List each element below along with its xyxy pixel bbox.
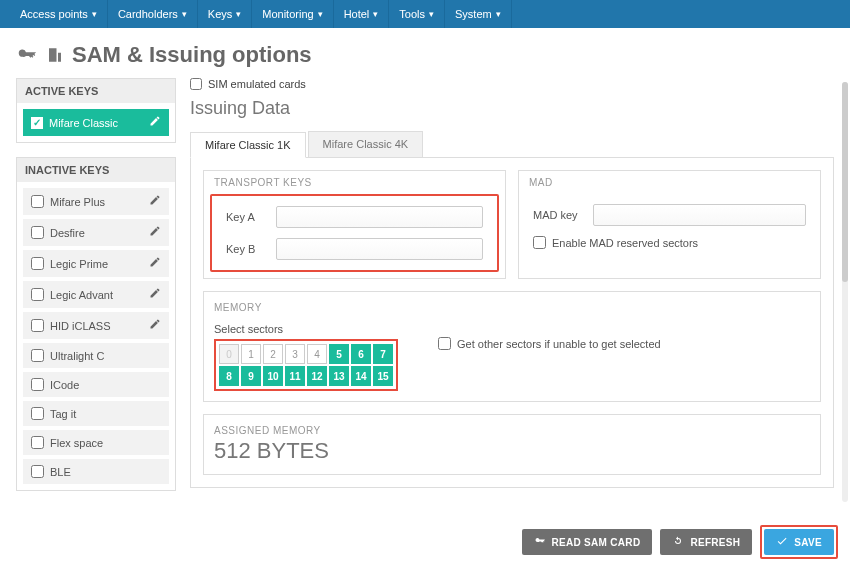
- inactive-key-item[interactable]: Ultralight C: [23, 343, 169, 368]
- nav-system[interactable]: System▾: [445, 0, 512, 28]
- tab-content: TRANSPORT KEYS Key A Key B: [190, 158, 834, 488]
- inactive-key-checkbox[interactable]: [31, 319, 44, 332]
- inactive-keys-panel: INACTIVE KEYS Mifare PlusDesfireLegic Pr…: [16, 157, 176, 491]
- nav-hotel[interactable]: Hotel▾: [334, 0, 390, 28]
- sector-cell[interactable]: 4: [307, 344, 327, 364]
- chevron-down-icon: ▾: [373, 9, 378, 19]
- sim-emulated-row: SIM emulated cards: [190, 78, 834, 98]
- inactive-key-checkbox[interactable]: [31, 465, 44, 478]
- sector-cell[interactable]: 9: [241, 366, 261, 386]
- inactive-key-checkbox[interactable]: [31, 288, 44, 301]
- sector-grid: 01234567 89101112131415: [214, 339, 398, 391]
- inactive-key-item[interactable]: BLE: [23, 459, 169, 484]
- edit-icon[interactable]: [149, 256, 161, 271]
- edit-icon[interactable]: [149, 115, 161, 130]
- mad-enable-checkbox[interactable]: [533, 236, 546, 249]
- assigned-memory-header: ASSIGNED MEMORY: [214, 425, 810, 436]
- building-icon: [46, 46, 64, 64]
- sector-cell[interactable]: 14: [351, 366, 371, 386]
- sector-cell[interactable]: 6: [351, 344, 371, 364]
- tab-mifare-1k[interactable]: Mifare Classic 1K: [190, 132, 306, 158]
- inactive-key-item[interactable]: ICode: [23, 372, 169, 397]
- sector-cell[interactable]: 10: [263, 366, 283, 386]
- sector-cell[interactable]: 2: [263, 344, 283, 364]
- read-sam-card-button[interactable]: READ SAM CARD: [522, 529, 653, 555]
- chevron-down-icon: ▾: [92, 9, 97, 19]
- inactive-key-checkbox[interactable]: [31, 257, 44, 270]
- sector-cell[interactable]: 7: [373, 344, 393, 364]
- check-icon: ✓: [31, 117, 43, 129]
- memory-fieldset: MEMORY Select sectors 01234567 891011121…: [203, 291, 821, 402]
- sector-cell[interactable]: 5: [329, 344, 349, 364]
- nav-monitoring[interactable]: Monitoring▾: [252, 0, 333, 28]
- inactive-key-checkbox[interactable]: [31, 349, 44, 362]
- issuing-data-title: Issuing Data: [190, 98, 834, 119]
- page-header: SAM & Issuing options: [0, 28, 850, 78]
- sector-cell[interactable]: 3: [285, 344, 305, 364]
- inactive-key-item[interactable]: HID iCLASS: [23, 312, 169, 339]
- page-title: SAM & Issuing options: [72, 42, 312, 68]
- transport-keys-fieldset: TRANSPORT KEYS Key A Key B: [203, 170, 506, 279]
- get-other-checkbox[interactable]: [438, 337, 451, 350]
- inactive-key-label: HID iCLASS: [50, 320, 149, 332]
- nav-tools[interactable]: Tools▾: [389, 0, 445, 28]
- sector-cell[interactable]: 8: [219, 366, 239, 386]
- key-a-label: Key A: [226, 211, 276, 223]
- edit-icon[interactable]: [149, 287, 161, 302]
- assigned-memory-value: 512 BYTES: [214, 438, 810, 464]
- inactive-key-checkbox[interactable]: [31, 226, 44, 239]
- inactive-key-label: Flex space: [50, 437, 161, 449]
- save-button[interactable]: SAVE: [764, 529, 834, 555]
- sector-cell[interactable]: 1: [241, 344, 261, 364]
- inactive-key-item[interactable]: Flex space: [23, 430, 169, 455]
- chevron-down-icon: ▾: [318, 9, 323, 19]
- nav-cardholders[interactable]: Cardholders▾: [108, 0, 198, 28]
- inactive-key-checkbox[interactable]: [31, 378, 44, 391]
- inactive-key-item[interactable]: Tag it: [23, 401, 169, 426]
- refresh-button[interactable]: REFRESH: [660, 529, 752, 555]
- inactive-key-label: Mifare Plus: [50, 196, 149, 208]
- chevron-down-icon: ▾: [429, 9, 434, 19]
- sim-emulated-checkbox[interactable]: [190, 78, 202, 90]
- sector-cell: 0: [219, 344, 239, 364]
- inactive-key-label: Ultralight C: [50, 350, 161, 362]
- mad-fieldset: MAD MAD key Enable MAD reserved sectors: [518, 170, 821, 279]
- save-callout: SAVE: [760, 525, 838, 559]
- inactive-key-label: Legic Prime: [50, 258, 149, 270]
- inactive-key-checkbox[interactable]: [31, 436, 44, 449]
- refresh-icon: [672, 535, 684, 549]
- inactive-key-checkbox[interactable]: [31, 195, 44, 208]
- inactive-key-label: Desfire: [50, 227, 149, 239]
- edit-icon[interactable]: [149, 194, 161, 209]
- mad-enable-label: Enable MAD reserved sectors: [552, 237, 698, 249]
- chevron-down-icon: ▾: [236, 9, 241, 19]
- inactive-key-item[interactable]: Legic Prime: [23, 250, 169, 277]
- sector-cell[interactable]: 13: [329, 366, 349, 386]
- sector-cell[interactable]: 11: [285, 366, 305, 386]
- mad-key-input[interactable]: [593, 204, 806, 226]
- tab-mifare-4k[interactable]: Mifare Classic 4K: [308, 131, 424, 157]
- sector-cell[interactable]: 12: [307, 366, 327, 386]
- inactive-key-label: ICode: [50, 379, 161, 391]
- key-b-input[interactable]: [276, 238, 483, 260]
- inactive-key-item[interactable]: Desfire: [23, 219, 169, 246]
- nav-access-points[interactable]: Access points▾: [10, 0, 108, 28]
- check-icon: [776, 535, 788, 549]
- inactive-key-item[interactable]: Legic Advant: [23, 281, 169, 308]
- inactive-key-label: Legic Advant: [50, 289, 149, 301]
- scrollbar[interactable]: [842, 82, 848, 502]
- memory-header: MEMORY: [214, 302, 810, 313]
- edit-icon[interactable]: [149, 318, 161, 333]
- inactive-key-checkbox[interactable]: [31, 407, 44, 420]
- nav-keys[interactable]: Keys▾: [198, 0, 252, 28]
- top-nav: Access points▾ Cardholders▾ Keys▾ Monito…: [0, 0, 850, 28]
- inactive-key-label: BLE: [50, 466, 161, 478]
- sim-emulated-label: SIM emulated cards: [208, 78, 306, 90]
- active-key-item[interactable]: ✓ Mifare Classic: [23, 109, 169, 136]
- key-a-input[interactable]: [276, 206, 483, 228]
- key-icon: [16, 44, 38, 66]
- mad-key-label: MAD key: [533, 209, 593, 221]
- sector-cell[interactable]: 15: [373, 366, 393, 386]
- edit-icon[interactable]: [149, 225, 161, 240]
- inactive-key-item[interactable]: Mifare Plus: [23, 188, 169, 215]
